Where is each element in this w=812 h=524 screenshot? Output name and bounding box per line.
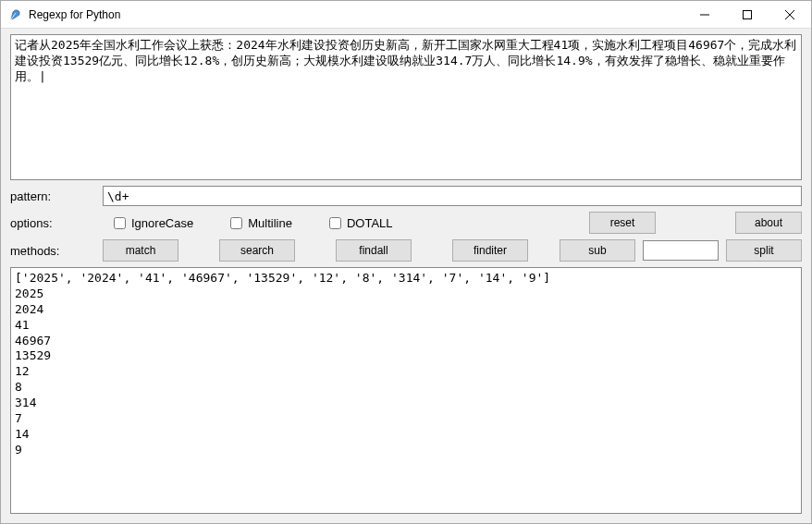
titlebar: Regexp for Python	[1, 1, 811, 29]
ignorecase-label: IgnoreCase	[131, 216, 193, 230]
pattern-row: pattern:	[10, 186, 802, 206]
sub-input[interactable]	[643, 240, 719, 261]
feather-icon	[8, 7, 23, 22]
dotall-label: DOTALL	[347, 216, 393, 230]
multiline-option[interactable]: Multiline	[230, 216, 292, 230]
ignorecase-checkbox[interactable]	[114, 217, 126, 229]
app-window: Regexp for Python pattern: options:	[0, 0, 812, 524]
dotall-option[interactable]: DOTALL	[329, 216, 393, 230]
split-button[interactable]: split	[726, 239, 802, 262]
dotall-checkbox[interactable]	[329, 217, 341, 229]
window-title: Regexp for Python	[29, 8, 683, 21]
findall-button[interactable]: findall	[336, 239, 412, 262]
window-controls	[683, 1, 811, 28]
output-text-area[interactable]	[10, 267, 802, 514]
maximize-button[interactable]	[726, 1, 769, 28]
search-button[interactable]: search	[219, 239, 295, 262]
finditer-button[interactable]: finditer	[452, 239, 528, 262]
about-button[interactable]: about	[735, 212, 802, 234]
content-area: pattern: options: IgnoreCase Multiline D…	[1, 29, 811, 523]
match-button[interactable]: match	[103, 239, 178, 262]
pattern-input[interactable]	[103, 186, 802, 206]
pattern-label: pattern:	[10, 189, 95, 203]
multiline-checkbox[interactable]	[230, 217, 242, 229]
methods-row: methods: match search findall finditer s…	[10, 239, 802, 262]
sub-button[interactable]: sub	[560, 239, 635, 262]
minimize-button[interactable]	[683, 1, 726, 28]
minimize-icon	[700, 10, 709, 19]
close-button[interactable]	[769, 1, 811, 28]
methods-label: methods:	[10, 244, 95, 258]
options-row: options: IgnoreCase Multiline DOTALL res…	[10, 212, 802, 234]
options-label: options:	[10, 216, 95, 230]
close-icon	[785, 10, 794, 19]
maximize-icon	[743, 10, 752, 19]
ignorecase-option[interactable]: IgnoreCase	[114, 216, 193, 230]
input-text-area[interactable]	[10, 34, 802, 180]
reset-button[interactable]: reset	[589, 212, 656, 234]
svg-rect-0	[744, 10, 752, 18]
multiline-label: Multiline	[248, 216, 292, 230]
options-group: IgnoreCase Multiline DOTALL	[103, 216, 582, 230]
